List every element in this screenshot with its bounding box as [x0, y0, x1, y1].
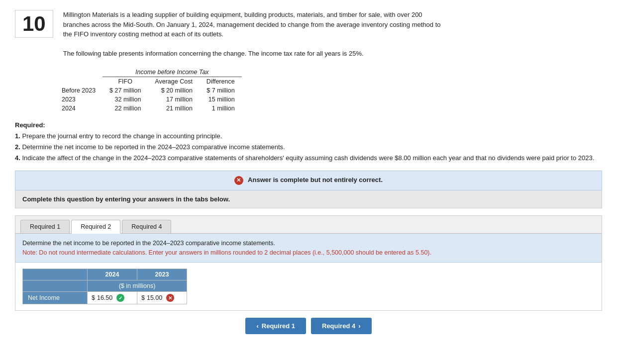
value-2023: 15.00: [147, 294, 162, 301]
required-title: Required:: [15, 121, 45, 129]
required-item-2: 2. Determine the net income to be report…: [15, 142, 602, 153]
tabs-header: Required 1 Required 2 Required 4: [15, 216, 602, 234]
incorrect-icon: ✕: [234, 176, 243, 185]
req-text-2: Determine the net income to be reported …: [22, 143, 285, 151]
instruction-note: Note: Do not round intermediate calculat…: [22, 249, 431, 256]
value-2024: 16.50: [97, 294, 112, 301]
problem-number: 10: [15, 10, 53, 38]
req-num-4: 4.: [15, 154, 20, 162]
income-table-section: Income before Income Tax FIFO Average Co…: [15, 68, 602, 113]
back-label: Required 1: [262, 322, 295, 330]
data-table: 2024 2023 ($ in millions) Net Income $: [22, 269, 187, 304]
cell-fifo: $ 27 million: [103, 86, 148, 95]
cell-avg: 21 million: [148, 104, 200, 113]
req-num-2: 2.: [15, 143, 20, 151]
req-text-4: Indicate the affect of the change in the…: [22, 154, 594, 162]
problem-text: Millington Materials is a leading suppli…: [63, 10, 602, 59]
dollar-prefix-2023: $: [141, 294, 145, 301]
cell-avg: $ 20 million: [148, 86, 200, 95]
col-avg: Average Cost: [148, 77, 200, 86]
cell-diff: 1 million: [200, 104, 242, 113]
required-section: Required: 1. Prepare the journal entry t…: [15, 120, 602, 164]
cell-2023: $ 15.00 ✕: [137, 292, 187, 304]
empty-header: [23, 269, 88, 280]
instruction-text: Determine the net income to be reported …: [22, 240, 275, 247]
complete-banner: Complete this question by entering your …: [15, 190, 602, 208]
back-icon: ‹: [256, 322, 258, 330]
cell-2024: $ 16.50 ✓: [88, 292, 137, 304]
row-label: Before 2023: [55, 86, 103, 95]
row-label: 2023: [55, 95, 103, 104]
check-icon-2024: ✓: [116, 294, 124, 302]
tab-instruction: Determine the net income to be reported …: [15, 234, 602, 263]
answer-banner: ✕ Answer is complete but not entirely co…: [15, 171, 602, 190]
problem-line3: the FIFO inventory costing method at eac…: [63, 29, 602, 39]
cell-diff: 15 million: [200, 95, 242, 104]
tab-required-4[interactable]: Required 4: [122, 220, 171, 233]
col-diff: Difference: [200, 77, 242, 86]
complete-banner-text: Complete this question by entering your …: [22, 195, 230, 203]
data-table-wrap: 2024 2023 ($ in millions) Net Income $: [15, 263, 602, 310]
req-num-1: 1.: [15, 132, 20, 140]
row-label-net-income: Net Income: [23, 292, 88, 304]
cell-avg: 17 million: [148, 95, 200, 104]
tabs-container: Required 1 Required 2 Required 4 Determi…: [15, 215, 602, 311]
col-2024: 2024: [88, 269, 137, 280]
tab-content: Determine the net income to be reported …: [15, 234, 602, 311]
row-label: 2024: [55, 104, 103, 113]
income-table: Income before Income Tax FIFO Average Co…: [55, 68, 242, 113]
answer-banner-text: Answer is complete but not entirely corr…: [248, 176, 383, 183]
forward-button[interactable]: Required 4 ›: [311, 318, 372, 334]
req-text-1: Prepare the journal entry to record the …: [22, 132, 222, 140]
empty-subheader: [23, 280, 88, 292]
tab-required-2[interactable]: Required 2: [71, 220, 120, 234]
tab-required-1[interactable]: Required 1: [20, 220, 70, 233]
problem-line4: The following table presents information…: [63, 49, 602, 59]
forward-label: Required 4: [322, 322, 355, 330]
dollar-prefix-2024: $: [92, 294, 95, 301]
forward-icon: ›: [358, 322, 360, 330]
back-button[interactable]: ‹ Required 1: [245, 318, 306, 334]
cell-diff: $ 7 million: [200, 86, 242, 95]
net-income-row: Net Income $ 16.50 ✓ $ 15.00: [23, 292, 187, 304]
table-row: 2023 32 million 17 million 15 million: [55, 95, 242, 104]
nav-buttons: ‹ Required 1 Required 4 ›: [15, 311, 602, 341]
cell-2023-inner: $ 15.00 ✕: [141, 294, 183, 302]
x-icon-2023: ✕: [166, 294, 174, 302]
table-row: Before 2023 $ 27 million $ 20 million $ …: [55, 86, 242, 95]
problem-line2: branches across the Mid-South. On Januar…: [63, 20, 602, 30]
cell-fifo: 22 million: [103, 104, 148, 113]
col-fifo: FIFO: [103, 77, 148, 86]
required-item-4: 4. Indicate the affect of the change in …: [15, 153, 602, 164]
cell-2024-inner: $ 16.50 ✓: [92, 294, 133, 302]
cell-fifo: 32 million: [103, 95, 148, 104]
table-row: 2024 22 million 21 million 1 million: [55, 104, 242, 113]
subheader: ($ in millions): [88, 280, 187, 292]
income-table-header: Income before Income Tax: [103, 68, 242, 77]
problem-line1: Millington Materials is a leading suppli…: [63, 10, 602, 20]
required-item-1: 1. Prepare the journal entry to record t…: [15, 131, 602, 142]
col-2023: 2023: [137, 269, 187, 280]
problem-header: 10 Millington Materials is a leading sup…: [15, 10, 602, 59]
